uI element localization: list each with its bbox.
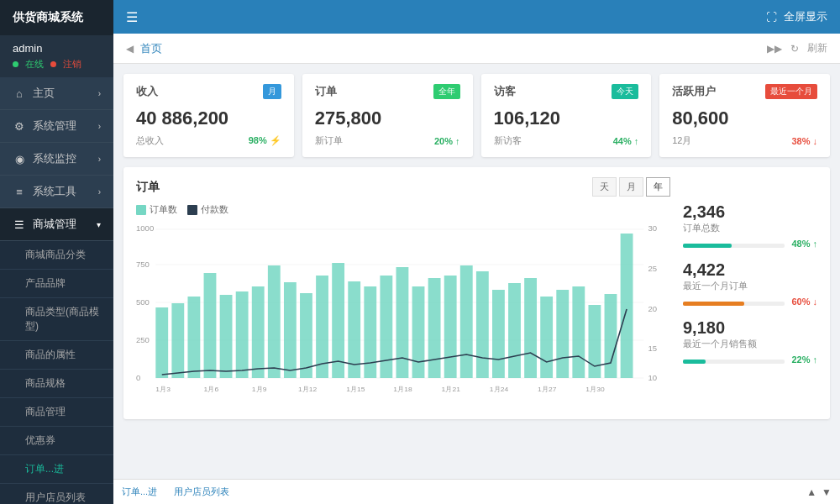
home-arrow: ›: [98, 89, 101, 98]
svg-rect-41: [572, 286, 585, 378]
sidebar-label-sys-monitor: 系统监控: [33, 151, 76, 166]
submenu-product-type[interactable]: 商品类型(商品模型): [0, 298, 113, 341]
legend-orders-label: 订单数: [150, 203, 177, 216]
back-arrow-icon[interactable]: ◀: [126, 43, 134, 55]
submenu-coupon[interactable]: 优惠券: [0, 427, 113, 455]
refresh-icon[interactable]: ↻: [790, 43, 799, 55]
svg-rect-23: [284, 282, 297, 378]
svg-rect-43: [605, 294, 617, 378]
active-users-value: 80,600: [672, 108, 817, 129]
svg-rect-36: [492, 290, 505, 378]
breadcrumb-bar: ◀ 首页 ▶▶ ↻ 刷新: [113, 34, 840, 64]
svg-text:1月6: 1月6: [204, 386, 219, 393]
chart-tab-year[interactable]: 年: [646, 177, 670, 197]
sidebar-item-sys-manage[interactable]: ⚙ 系统管理 ›: [0, 110, 113, 143]
svg-rect-44: [621, 234, 633, 378]
username: admin: [13, 42, 101, 55]
stat-card-revenue: 收入 月 40 886,200 总收入 98% ⚡: [123, 74, 294, 157]
svg-rect-29: [380, 276, 392, 378]
active-users-badge: 最近一个月: [765, 84, 817, 99]
bottom-bar: 订单...进 用户店员列表 ▲ ▼: [113, 479, 840, 504]
svg-text:1月21: 1月21: [442, 386, 461, 393]
breadcrumb-home: 首页: [140, 41, 162, 56]
visitors-sublabel: 新访客: [494, 134, 522, 147]
mall-manage-arrow: ▾: [97, 220, 101, 229]
monthly-sales-progress: [683, 360, 706, 364]
svg-text:750: 750: [136, 260, 150, 269]
visitors-value: 106,120: [494, 108, 639, 129]
svg-rect-17: [187, 297, 200, 378]
svg-text:1月12: 1月12: [298, 386, 318, 393]
svg-text:0: 0: [136, 374, 140, 382]
legend-orders-color: [136, 205, 146, 215]
submenu-order[interactable]: 订单...进: [0, 455, 113, 484]
submenu-product-spec[interactable]: 商品规格: [0, 370, 113, 398]
monthly-sales-value: 9,180: [683, 318, 817, 338]
svg-text:1月15: 1月15: [346, 386, 365, 393]
bottom-link-users[interactable]: 用户店员列表: [174, 486, 229, 498]
svg-rect-28: [364, 286, 376, 378]
svg-rect-39: [540, 297, 553, 378]
visitors-badge: 今天: [612, 84, 638, 99]
svg-text:500: 500: [136, 298, 150, 307]
svg-rect-37: [508, 283, 521, 378]
svg-text:25: 25: [648, 265, 658, 273]
chart-right-stats: 2,346 订单总数 48% ↑ 4,422 最近一个月订单: [683, 177, 817, 409]
svg-rect-32: [428, 278, 441, 378]
svg-text:1月24: 1月24: [490, 386, 509, 393]
submenu-product-attr[interactable]: 商品的属性: [0, 341, 113, 370]
sidebar-item-home[interactable]: ⌂ 主页 ›: [0, 77, 113, 110]
sidebar-logo: 供货商城系统: [0, 0, 113, 35]
content-area: 收入 月 40 886,200 总收入 98% ⚡ 订单 全年 275,800 …: [113, 64, 840, 479]
sys-tools-icon: ≡: [13, 186, 26, 198]
svg-text:1月27: 1月27: [538, 386, 557, 393]
svg-rect-20: [236, 291, 249, 378]
sidebar-item-sys-tools[interactable]: ≡ 系统工具 ›: [0, 176, 113, 208]
svg-text:1月9: 1月9: [252, 386, 267, 393]
home-icon: ⌂: [13, 87, 26, 100]
svg-text:1月18: 1月18: [393, 386, 412, 393]
svg-rect-18: [204, 273, 217, 378]
fullscreen-label: 全屏显示: [784, 9, 827, 24]
chart-tab-month[interactable]: 月: [619, 177, 643, 197]
logout-button[interactable]: 注销: [63, 58, 81, 71]
legend-payments-label: 付款数: [201, 203, 228, 216]
chart-title: 订单: [136, 180, 160, 195]
svg-text:15: 15: [648, 344, 658, 353]
orders-chart: 1000 750 500 250 0 30 25 20 15 10: [136, 221, 670, 406]
refresh-label[interactable]: 刷新: [807, 41, 827, 55]
sidebar-label-sys-manage: 系统管理: [33, 118, 76, 134]
submenu-product-manage[interactable]: 商品管理: [0, 398, 113, 427]
bottom-up-btn[interactable]: ▲: [806, 486, 816, 498]
bottom-link-orders[interactable]: 订单...进: [122, 486, 157, 498]
sidebar-label-sys-tools: 系统工具: [33, 184, 76, 199]
stat-card-orders: 订单 全年 275,800 新订单 20% ↑: [302, 74, 473, 157]
svg-text:10: 10: [648, 374, 658, 382]
svg-text:1000: 1000: [136, 224, 154, 233]
sidebar-item-mall-manage[interactable]: ☰ 商城管理 ▾: [0, 208, 113, 241]
fullscreen-button[interactable]: ⛶ 全屏显示: [766, 9, 827, 24]
forward-arrow-icon[interactable]: ▶▶: [767, 43, 782, 55]
submenu-product-category[interactable]: 商城商品分类: [0, 241, 113, 270]
sys-manage-icon: ⚙: [13, 120, 26, 133]
submenu-brand[interactable]: 产品品牌: [0, 270, 113, 298]
right-stat-monthly-sales: 9,180 最近一个月销售额 22% ↑: [683, 318, 817, 365]
total-orders-progress: [683, 244, 732, 248]
sidebar-item-sys-monitor[interactable]: ◉ 系统监控 ›: [0, 143, 113, 176]
total-orders-pct: 48% ↑: [791, 239, 817, 249]
svg-rect-15: [155, 307, 168, 378]
fullscreen-icon: ⛶: [766, 11, 777, 24]
svg-rect-33: [444, 276, 457, 378]
total-orders-value: 2,346: [683, 202, 817, 222]
sys-manage-arrow: ›: [98, 122, 101, 131]
svg-text:1月30: 1月30: [585, 386, 605, 393]
submenu-user-list[interactable]: 用户店员列表: [0, 484, 113, 504]
hamburger-icon[interactable]: ☰: [126, 9, 138, 25]
orders-change: 20% ↑: [434, 136, 460, 146]
bottom-down-btn[interactable]: ▼: [822, 486, 832, 498]
chart-tab-day[interactable]: 天: [592, 177, 617, 197]
revenue-title: 收入: [136, 84, 158, 99]
app-title: 供货商城系统: [13, 10, 83, 24]
chart-tabs: 天 月 年: [592, 177, 670, 197]
revenue-badge: 月: [263, 84, 281, 99]
